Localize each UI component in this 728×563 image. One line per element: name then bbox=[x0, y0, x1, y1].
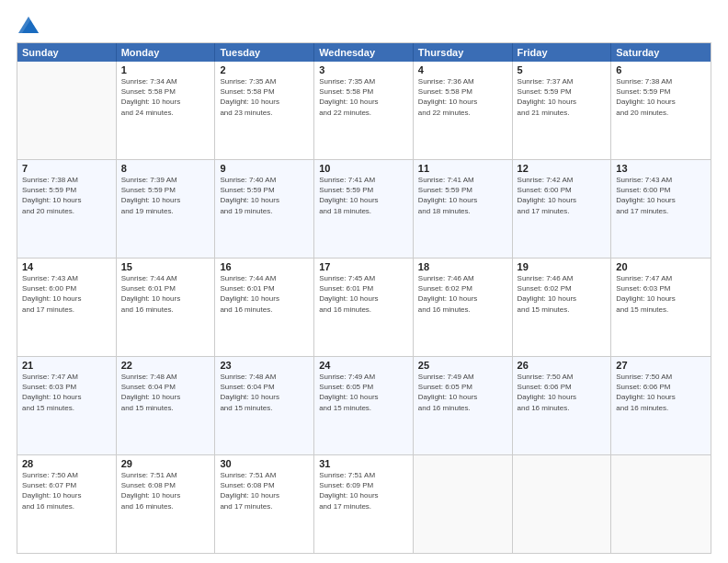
day-number: 17 bbox=[319, 261, 408, 272]
day-number: 13 bbox=[616, 163, 706, 174]
calendar-row-2: 7Sunrise: 7:38 AM Sunset: 5:59 PM Daylig… bbox=[17, 159, 711, 258]
day-number: 31 bbox=[319, 458, 408, 469]
day-number: 14 bbox=[22, 261, 111, 272]
day-number: 9 bbox=[220, 163, 309, 174]
day-info: Sunrise: 7:35 AM Sunset: 5:58 PM Dayligh… bbox=[220, 76, 309, 118]
day-number: 30 bbox=[220, 458, 309, 469]
calendar-cell bbox=[414, 455, 513, 553]
calendar-cell bbox=[611, 455, 711, 553]
day-number: 8 bbox=[121, 163, 210, 174]
day-info: Sunrise: 7:43 AM Sunset: 6:00 PM Dayligh… bbox=[616, 175, 706, 216]
weekday-header-sunday: Sunday bbox=[17, 43, 117, 62]
weekday-header-wednesday: Wednesday bbox=[314, 43, 414, 62]
day-number: 11 bbox=[418, 163, 507, 174]
calendar-cell: 29Sunrise: 7:51 AM Sunset: 6:08 PM Dayli… bbox=[117, 455, 216, 553]
day-info: Sunrise: 7:49 AM Sunset: 6:05 PM Dayligh… bbox=[319, 372, 408, 413]
calendar-cell: 9Sunrise: 7:40 AM Sunset: 5:59 PM Daylig… bbox=[215, 160, 314, 258]
header bbox=[17, 17, 711, 33]
day-number: 28 bbox=[22, 458, 111, 469]
day-info: Sunrise: 7:41 AM Sunset: 5:59 PM Dayligh… bbox=[319, 175, 408, 216]
calendar-row-5: 28Sunrise: 7:50 AM Sunset: 6:07 PM Dayli… bbox=[17, 454, 711, 553]
calendar-cell: 3Sunrise: 7:35 AM Sunset: 5:58 PM Daylig… bbox=[314, 62, 414, 159]
calendar-cell: 30Sunrise: 7:51 AM Sunset: 6:08 PM Dayli… bbox=[215, 455, 314, 553]
day-info: Sunrise: 7:38 AM Sunset: 5:59 PM Dayligh… bbox=[22, 175, 111, 216]
calendar-cell: 7Sunrise: 7:38 AM Sunset: 5:59 PM Daylig… bbox=[17, 160, 117, 258]
day-number: 21 bbox=[22, 360, 111, 371]
calendar-cell: 16Sunrise: 7:44 AM Sunset: 6:01 PM Dayli… bbox=[215, 259, 314, 356]
day-info: Sunrise: 7:45 AM Sunset: 6:01 PM Dayligh… bbox=[319, 273, 408, 315]
calendar-cell: 4Sunrise: 7:36 AM Sunset: 5:58 PM Daylig… bbox=[414, 62, 513, 159]
day-number: 10 bbox=[319, 163, 408, 174]
logo-icon bbox=[18, 17, 39, 33]
calendar-cell: 22Sunrise: 7:48 AM Sunset: 6:04 PM Dayli… bbox=[117, 357, 216, 454]
day-info: Sunrise: 7:46 AM Sunset: 6:02 PM Dayligh… bbox=[418, 273, 507, 315]
day-info: Sunrise: 7:43 AM Sunset: 6:00 PM Dayligh… bbox=[22, 273, 111, 315]
day-info: Sunrise: 7:42 AM Sunset: 6:00 PM Dayligh… bbox=[518, 175, 607, 216]
day-info: Sunrise: 7:47 AM Sunset: 6:03 PM Dayligh… bbox=[616, 273, 706, 315]
day-number: 22 bbox=[121, 360, 210, 371]
day-info: Sunrise: 7:40 AM Sunset: 5:59 PM Dayligh… bbox=[220, 175, 309, 216]
day-number: 3 bbox=[319, 64, 408, 75]
day-info: Sunrise: 7:36 AM Sunset: 5:58 PM Dayligh… bbox=[418, 76, 507, 118]
day-number: 4 bbox=[418, 64, 507, 75]
day-number: 29 bbox=[121, 458, 210, 469]
calendar-cell bbox=[513, 455, 612, 553]
day-number: 24 bbox=[319, 360, 408, 371]
calendar-cell: 21Sunrise: 7:47 AM Sunset: 6:03 PM Dayli… bbox=[17, 357, 117, 454]
calendar-cell: 11Sunrise: 7:41 AM Sunset: 5:59 PM Dayli… bbox=[414, 160, 513, 258]
calendar-cell: 6Sunrise: 7:38 AM Sunset: 5:59 PM Daylig… bbox=[611, 62, 711, 159]
calendar-cell: 13Sunrise: 7:43 AM Sunset: 6:00 PM Dayli… bbox=[611, 160, 711, 258]
day-info: Sunrise: 7:37 AM Sunset: 5:59 PM Dayligh… bbox=[518, 76, 607, 118]
calendar-cell: 19Sunrise: 7:46 AM Sunset: 6:02 PM Dayli… bbox=[513, 259, 612, 356]
day-info: Sunrise: 7:44 AM Sunset: 6:01 PM Dayligh… bbox=[220, 273, 309, 315]
weekday-header-friday: Friday bbox=[513, 43, 612, 62]
calendar-cell: 14Sunrise: 7:43 AM Sunset: 6:00 PM Dayli… bbox=[17, 259, 117, 356]
calendar-row-3: 14Sunrise: 7:43 AM Sunset: 6:00 PM Dayli… bbox=[17, 258, 711, 356]
calendar-cell: 25Sunrise: 7:49 AM Sunset: 6:05 PM Dayli… bbox=[414, 357, 513, 454]
day-number: 6 bbox=[616, 64, 706, 75]
weekday-header-saturday: Saturday bbox=[611, 43, 711, 62]
day-number: 27 bbox=[616, 360, 706, 371]
day-info: Sunrise: 7:38 AM Sunset: 5:59 PM Dayligh… bbox=[616, 76, 706, 118]
calendar-cell: 2Sunrise: 7:35 AM Sunset: 5:58 PM Daylig… bbox=[215, 62, 314, 159]
day-info: Sunrise: 7:44 AM Sunset: 6:01 PM Dayligh… bbox=[121, 273, 210, 315]
day-info: Sunrise: 7:46 AM Sunset: 6:02 PM Dayligh… bbox=[518, 273, 607, 315]
calendar-cell: 12Sunrise: 7:42 AM Sunset: 6:00 PM Dayli… bbox=[513, 160, 612, 258]
day-info: Sunrise: 7:51 AM Sunset: 6:08 PM Dayligh… bbox=[220, 470, 309, 511]
day-info: Sunrise: 7:50 AM Sunset: 6:06 PM Dayligh… bbox=[616, 372, 706, 413]
day-info: Sunrise: 7:48 AM Sunset: 6:04 PM Dayligh… bbox=[121, 372, 210, 413]
day-info: Sunrise: 7:51 AM Sunset: 6:09 PM Dayligh… bbox=[319, 470, 408, 511]
day-number: 2 bbox=[220, 64, 309, 75]
weekday-header-tuesday: Tuesday bbox=[215, 43, 314, 62]
calendar-row-1: 1Sunrise: 7:34 AM Sunset: 5:58 PM Daylig… bbox=[17, 62, 711, 159]
day-info: Sunrise: 7:51 AM Sunset: 6:08 PM Dayligh… bbox=[121, 470, 210, 511]
day-number: 15 bbox=[121, 261, 210, 272]
day-number: 20 bbox=[616, 261, 706, 272]
day-info: Sunrise: 7:50 AM Sunset: 6:06 PM Dayligh… bbox=[518, 372, 607, 413]
calendar-cell: 18Sunrise: 7:46 AM Sunset: 6:02 PM Dayli… bbox=[414, 259, 513, 356]
day-number: 16 bbox=[220, 261, 309, 272]
day-info: Sunrise: 7:35 AM Sunset: 5:58 PM Dayligh… bbox=[319, 76, 408, 118]
calendar-cell: 28Sunrise: 7:50 AM Sunset: 6:07 PM Dayli… bbox=[17, 455, 117, 553]
calendar: SundayMondayTuesdayWednesdayThursdayFrid… bbox=[17, 42, 711, 554]
day-number: 26 bbox=[518, 360, 607, 371]
calendar-cell: 15Sunrise: 7:44 AM Sunset: 6:01 PM Dayli… bbox=[117, 259, 216, 356]
weekday-header-thursday: Thursday bbox=[414, 43, 513, 62]
calendar-cell: 27Sunrise: 7:50 AM Sunset: 6:06 PM Dayli… bbox=[611, 357, 711, 454]
day-info: Sunrise: 7:39 AM Sunset: 5:59 PM Dayligh… bbox=[121, 175, 210, 216]
day-info: Sunrise: 7:50 AM Sunset: 6:07 PM Dayligh… bbox=[22, 470, 111, 511]
day-info: Sunrise: 7:47 AM Sunset: 6:03 PM Dayligh… bbox=[22, 372, 111, 413]
calendar-cell: 20Sunrise: 7:47 AM Sunset: 6:03 PM Dayli… bbox=[611, 259, 711, 356]
calendar-row-4: 21Sunrise: 7:47 AM Sunset: 6:03 PM Dayli… bbox=[17, 356, 711, 454]
calendar-cell: 8Sunrise: 7:39 AM Sunset: 5:59 PM Daylig… bbox=[117, 160, 216, 258]
logo bbox=[17, 17, 39, 33]
day-number: 7 bbox=[22, 163, 111, 174]
day-number: 19 bbox=[518, 261, 607, 272]
day-number: 25 bbox=[418, 360, 507, 371]
calendar-cell bbox=[17, 62, 117, 159]
day-info: Sunrise: 7:34 AM Sunset: 5:58 PM Dayligh… bbox=[121, 76, 210, 118]
calendar-cell: 24Sunrise: 7:49 AM Sunset: 6:05 PM Dayli… bbox=[314, 357, 414, 454]
calendar-header: SundayMondayTuesdayWednesdayThursdayFrid… bbox=[17, 43, 711, 62]
day-number: 18 bbox=[418, 261, 507, 272]
page: SundayMondayTuesdayWednesdayThursdayFrid… bbox=[0, 0, 728, 563]
